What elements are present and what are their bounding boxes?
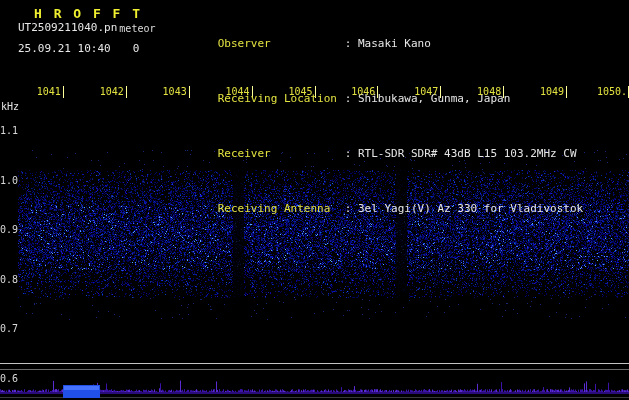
y-tick-label: 1.0	[0, 175, 15, 186]
app-title: H R O F F T	[34, 6, 142, 21]
info-value: : 3el Yagi(V) Az 330 for Vladivostok	[345, 202, 583, 215]
x-tick-label: 1049	[540, 86, 564, 97]
hrofft-window: H R O F F T UT2509211040.pnmeteor 25.09.…	[0, 0, 629, 400]
info-label: Observer	[218, 38, 345, 49]
info-row-receiver: Receiver: RTL-SDR SDR# 43dB L15 103.2MHz…	[178, 137, 583, 170]
info-row-observer: Observer: Masaki Kano	[178, 27, 583, 60]
x-tick-label: 1048	[477, 86, 501, 97]
x-tick-label: 1046	[351, 86, 375, 97]
y-tick-label: 0.8	[0, 274, 15, 285]
file-name-line: UT2509211040.pnmeteor	[18, 21, 155, 34]
info-value: : Masaki Kano	[345, 37, 431, 50]
x-tick-label: 1043	[163, 86, 187, 97]
x-tick-label: 1042	[100, 86, 124, 97]
info-label: Receiving Antenna	[218, 203, 345, 214]
y-axis-unit-label: kHz	[1, 101, 19, 112]
station-label: meteor	[119, 23, 155, 34]
station-info-block: Observer: Masaki Kano Receiving Location…	[178, 5, 583, 247]
y-tick-label: 0.6	[0, 373, 15, 384]
y-tick-label: 0.9	[0, 224, 15, 235]
info-value: : RTL-SDR SDR# 43dB L15 103.2MHz CW	[345, 147, 577, 160]
y-tick-label: 0.7	[0, 323, 15, 334]
date-time: 25.09.21 10:40	[18, 42, 111, 55]
x-tick-label: 1045	[288, 86, 312, 97]
count-value: 0	[133, 42, 140, 55]
x-tick-label: 1044	[226, 86, 250, 97]
info-label: Receiver	[218, 148, 345, 159]
datetime-line: 25.09.21 10:400	[18, 42, 139, 55]
info-row-antenna: Receiving Antenna: 3el Yagi(V) Az 330 fo…	[178, 192, 583, 225]
x-tick-label: 1050.	[597, 86, 627, 97]
file-name: UT2509211040.pn	[18, 21, 117, 34]
x-tick-label: 1047	[414, 86, 438, 97]
x-tick-label: 1041	[37, 86, 61, 97]
y-tick-label: 1.1	[0, 125, 15, 136]
